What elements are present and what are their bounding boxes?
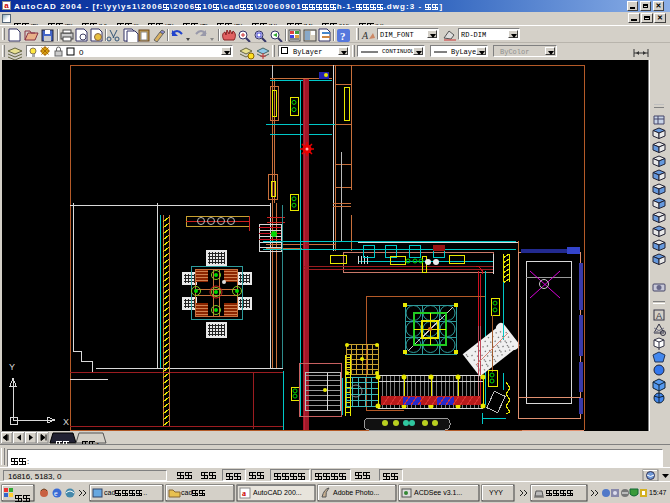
svg-text:A: A [361,30,369,41]
svg-text:e: e [54,489,58,498]
svg-text:Y: Y [9,362,15,372]
svg-text:A: A [656,311,662,321]
svg-text:X: X [63,417,69,427]
svg-text:a: a [242,489,246,498]
svg-text:?: ? [340,30,346,42]
